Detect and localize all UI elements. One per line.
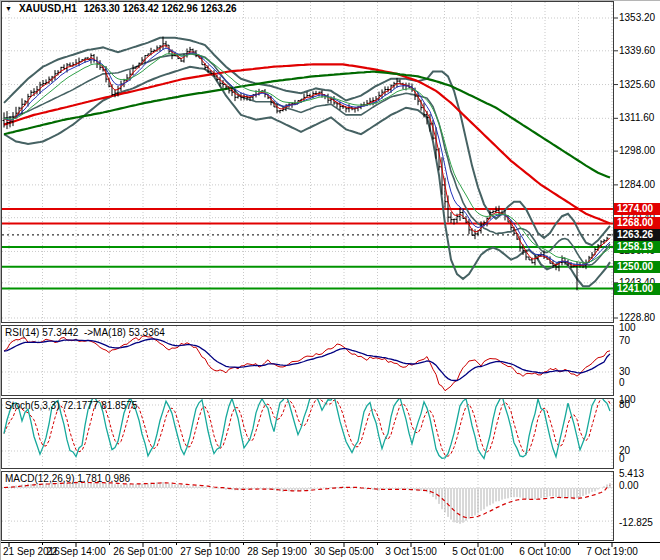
rsi-indicator-label: RSI(14) 57.3442 ->MA(18) 53.3364 bbox=[5, 327, 165, 338]
x-axis-label: 30 Sep 05:00 bbox=[314, 546, 374, 557]
macd-axis-label: -12.825 bbox=[619, 518, 653, 528]
stoch-axis-label: 80 bbox=[619, 400, 630, 410]
x-axis-label: 28 Sep 19:00 bbox=[247, 546, 307, 557]
rsi-axis-label: 100 bbox=[619, 323, 636, 333]
stochastic-indicator-label: Stoch(5,3,3) 72.1777 81.8575 bbox=[5, 400, 137, 411]
x-axis-label: 27 Sep 10:00 bbox=[180, 546, 240, 557]
x-axis-label: 6 Oct 10:00 bbox=[519, 546, 571, 557]
macd-axis-label: 0.00 bbox=[619, 481, 638, 491]
symbol-dropdown-icon[interactable]: ▼ bbox=[5, 4, 12, 14]
y-axis-label: 1339.60 bbox=[619, 46, 655, 56]
symbol-label: XAUUSD,H1 bbox=[19, 3, 77, 14]
rsi-axis-label: 0 bbox=[619, 378, 625, 388]
y-axis-label: 1284.00 bbox=[619, 180, 655, 190]
price-badge: 1268.00 bbox=[614, 217, 660, 229]
price-badge: 1250.00 bbox=[614, 261, 660, 273]
ohlc-values: 1263.30 1263.42 1262.96 1263.26 bbox=[84, 3, 237, 14]
price-badge: 1263.26 bbox=[614, 229, 660, 241]
x-axis-label: 26 Sep 01:00 bbox=[113, 546, 173, 557]
x-axis-label: 22 Sep 14:00 bbox=[46, 546, 106, 557]
price-badge: 1274.00 bbox=[614, 203, 660, 215]
y-axis-label: 1311.60 bbox=[619, 113, 654, 123]
rsi-axis-label: 30 bbox=[619, 367, 630, 377]
price-badge: 1241.00 bbox=[614, 283, 660, 295]
chart-window: ▼ XAUUSD,H1 1263.30 1263.42 1262.96 1263… bbox=[0, 0, 660, 560]
chart-title: ▼ XAUUSD,H1 1263.30 1263.42 1262.96 1263… bbox=[5, 3, 237, 14]
x-axis-label: 5 Oct 01:00 bbox=[452, 546, 504, 557]
y-axis-label: 1325.60 bbox=[619, 80, 655, 90]
x-axis-label: 7 Oct 19:00 bbox=[586, 546, 638, 557]
macd-axis-label: 5.413 bbox=[619, 469, 644, 479]
x-axis-label: 3 Oct 15:00 bbox=[385, 546, 437, 557]
macd-indicator-label: MACD(12,26,9) 1.781 0.986 bbox=[5, 473, 130, 484]
price-badge: 1258.19 bbox=[614, 241, 660, 253]
stoch-axis-label: 0 bbox=[619, 454, 625, 464]
price-panel[interactable] bbox=[1, 1, 614, 323]
y-axis-label: 1298.00 bbox=[619, 146, 655, 156]
rsi-axis-label: 70 bbox=[619, 336, 630, 346]
y-axis-label: 1353.20 bbox=[619, 13, 655, 23]
